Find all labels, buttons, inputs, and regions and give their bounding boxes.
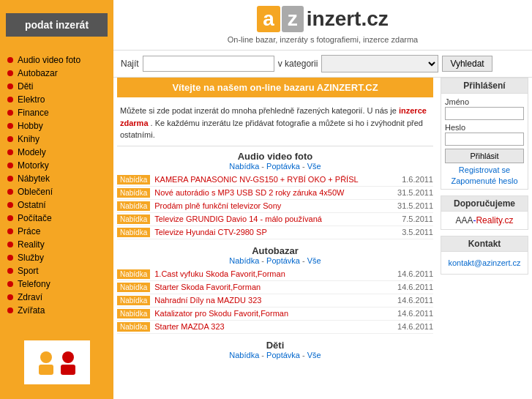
sidebar-item-label: Reality	[18, 239, 45, 250]
sidebar-item-sport[interactable]: Sport	[7, 264, 113, 277]
sidebar-item-prace[interactable]: Práce	[7, 225, 113, 238]
dot-icon	[7, 307, 13, 313]
item-title[interactable]: Televize GRUNDIG Davio 14 - málo používa…	[154, 215, 397, 223]
logo-text: inzert.cz	[307, 7, 389, 31]
sidebar-item-sluzby[interactable]: Služby	[7, 251, 113, 264]
item-title[interactable]: KAMERA PANASONIC NV-GS150 + RYBÍ OKO + P…	[154, 175, 397, 184]
dot-icon	[7, 163, 13, 168]
item-title[interactable]: Katalizator pro Skodu Favorit,Forman	[154, 309, 393, 318]
dot-icon	[7, 294, 13, 300]
najit-label: Najít	[121, 59, 139, 69]
aaa-reality-body: AAA-Reality.cz	[441, 212, 528, 229]
sidebar-item-knihy[interactable]: Knihy	[7, 133, 113, 146]
item-badge: Nabídka	[117, 188, 150, 198]
item-date: 31.5.2011	[397, 201, 433, 210]
kontakt-email-link[interactable]: kontakt@azinzert.cz	[445, 256, 524, 270]
category-select[interactable]	[321, 55, 438, 72]
section-subtitle-link[interactable]: Nabídka	[229, 256, 259, 265]
sidebar-item-nabytek[interactable]: Nábytek	[7, 172, 113, 185]
item-date: 14.6.2011	[397, 269, 433, 278]
heslo-label: Heslo	[445, 123, 524, 132]
sidebar-item-zdravi[interactable]: Zdraví	[7, 291, 113, 304]
section: Audio video fotoNabídka - Poptávka - Vše…	[117, 151, 433, 239]
dot-icon	[7, 110, 13, 116]
sidebar-item-reality[interactable]: Reality	[7, 238, 113, 251]
sidebar-item-audio-video-foto[interactable]: Audio video foto	[7, 53, 113, 67]
welcome-body1: Můžete si zde podat inzerát do mnoha pře…	[120, 106, 397, 115]
dot-icon	[7, 97, 13, 102]
podat-inzerat-button[interactable]: podat inzerát	[6, 13, 108, 37]
item-title[interactable]: Nahradní Díly na MAZDU 323	[154, 296, 393, 305]
section-subtitle-link[interactable]: Vše	[307, 256, 321, 265]
section-subtitle-link[interactable]: Nabídka	[229, 162, 259, 171]
prihlasit-button[interactable]: Přihlásit	[445, 149, 524, 163]
sidebar-item-label: Zdraví	[18, 292, 42, 302]
item-badge: Nabídka	[117, 175, 150, 184]
prihlaseni-box: Přihlášení Jméno Heslo Přihlásit Registr…	[441, 78, 528, 190]
sidebar-item-elektro[interactable]: Elektro	[7, 93, 113, 106]
sidebar-item-modely[interactable]: Modely	[7, 146, 113, 159]
table-row: NabídkaProdám plně funkční televizor Son…	[117, 200, 433, 213]
section-subtitle-link[interactable]: Vše	[307, 162, 321, 171]
item-title[interactable]: Televize Hyundai CTV-2980 SP	[154, 228, 397, 236]
searchbar: Najít v kategorii Vyhledat	[113, 51, 532, 78]
sidebar-item-label: Služby	[18, 253, 44, 263]
item-badge: Nabídka	[117, 201, 150, 211]
doporucujeme-header: Doporučujeme	[441, 196, 528, 212]
sidebar-item-ostatni[interactable]: Ostatní	[7, 198, 113, 212]
sidebar-item-obleceni[interactable]: Oblečení	[7, 185, 113, 198]
section-subtitle-link[interactable]: Poptávka	[266, 351, 300, 359]
registrovat-link[interactable]: Registrovat se	[445, 165, 524, 174]
kontakt-header: Kontakt	[441, 236, 528, 252]
table-row: NabídkaTelevize Hyundai CTV-2980 SP3.5.2…	[117, 226, 433, 239]
aaa-reality-link[interactable]: AAA-Reality.cz	[455, 215, 513, 225]
search-button[interactable]: Vyhledat	[442, 56, 492, 72]
right-panel: Přihlášení Jméno Heslo Přihlásit Registr…	[437, 78, 532, 399]
sidebar-item-deti[interactable]: Děti	[7, 80, 113, 93]
dot-icon	[7, 215, 13, 221]
dot-icon	[7, 228, 13, 234]
dot-icon	[7, 136, 13, 142]
reality-text: Reality.cz	[476, 215, 513, 225]
section: AutobazarNabídka - Poptávka - VšeNabídka…	[117, 245, 433, 334]
table-row: NabídkaStarter MAZDA 32314.6.2011	[117, 321, 433, 334]
item-title[interactable]: Starter Skoda Favorit,Forman	[154, 283, 393, 291]
section-subtitle-link[interactable]: Poptávka	[266, 162, 300, 171]
item-title[interactable]: Starter MAZDA 323	[154, 322, 393, 331]
item-title[interactable]: Prodám plně funkční televizor Sony	[154, 201, 393, 210]
svg-rect-4	[61, 365, 75, 375]
welcome-body2: . Ke každému inzerátu lze přidávat fotog…	[120, 119, 423, 140]
table-row: NabídkaNové autorádio s MP3 USB SD 2 rok…	[117, 187, 433, 200]
aaa-text: AAA	[455, 215, 473, 225]
item-title[interactable]: Nové autorádio s MP3 USB SD 2 roky záruk…	[154, 188, 393, 197]
section: DětiNabídka - Poptávka - Vše	[117, 340, 433, 359]
sidebar-item-autobazar[interactable]: Autobazar	[7, 67, 113, 80]
jmeno-label: Jméno	[445, 97, 524, 106]
section-subtitle-link[interactable]: Nabídka	[229, 351, 259, 359]
heslo-input[interactable]	[445, 133, 524, 146]
sidebar-item-motorky[interactable]: Motorky	[7, 159, 113, 172]
sidebar-item-telefony[interactable]: Telefony	[7, 277, 113, 291]
item-badge: Nabídka	[117, 228, 150, 237]
svg-point-3	[62, 351, 74, 363]
sidebar-item-label: Audio video foto	[18, 55, 80, 65]
item-title[interactable]: 1.Cast vyfuku Skoda Favorit,Forman	[154, 269, 393, 278]
sidebar-item-finance[interactable]: Finance	[7, 106, 113, 119]
sidebar-item-hobby[interactable]: Hobby	[7, 119, 113, 133]
sidebar-item-label: Ostatní	[18, 200, 46, 210]
section-subtitle-link[interactable]: Poptávka	[266, 256, 300, 265]
table-row: NabídkaStarter Skoda Favorit,Forman14.6.…	[117, 281, 433, 294]
dot-icon	[7, 189, 13, 195]
section-subtitle: Nabídka - Poptávka - Vše	[117, 162, 433, 171]
sidebar-item-label: Modely	[18, 147, 46, 157]
item-date: 3.5.2011	[402, 228, 433, 236]
jmeno-input[interactable]	[445, 107, 524, 120]
zapomenute-heslo-link[interactable]: Zapomenuté heslo	[445, 176, 524, 185]
section-subtitle-link[interactable]: Vše	[307, 351, 321, 359]
dot-icon	[7, 242, 13, 247]
item-badge: Nabídka	[117, 215, 150, 224]
sidebar-item-pocitace[interactable]: Počítače	[7, 212, 113, 225]
search-input[interactable]	[143, 56, 274, 72]
sidebar-item-label: Autobazar	[18, 68, 58, 78]
sidebar-item-zvirata[interactable]: Zvířata	[7, 304, 113, 317]
